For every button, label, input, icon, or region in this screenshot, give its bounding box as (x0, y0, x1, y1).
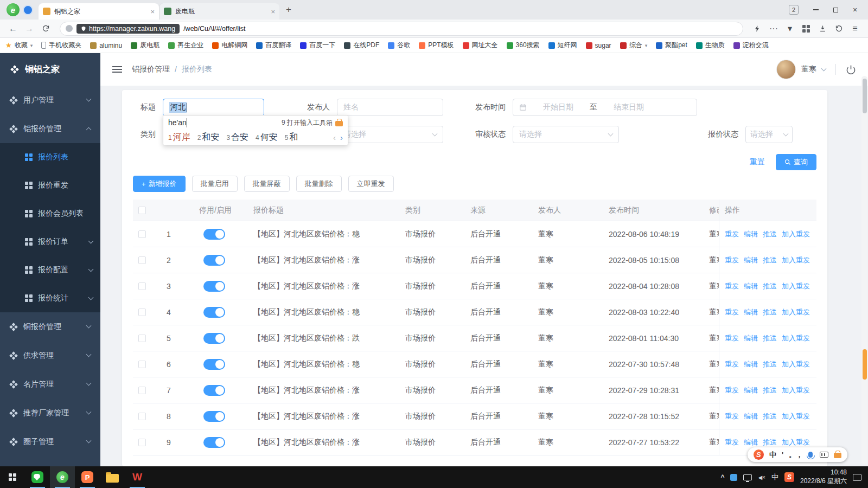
reset-button[interactable]: 重置 (750, 157, 765, 167)
notification-center-icon[interactable] (853, 474, 861, 481)
logout-power-icon[interactable] (846, 65, 856, 75)
enable-toggle[interactable] (203, 255, 225, 266)
action-link[interactable]: 重发 (725, 412, 739, 421)
action-link[interactable]: 推送 (763, 412, 777, 421)
sidebar-subitem[interactable]: 报价配置 (0, 256, 100, 284)
refresh-button[interactable] (38, 21, 53, 36)
bookmark-item[interactable]: 淀粉交流 (733, 41, 769, 50)
sidebar-item[interactable]: 圈子管理 (0, 427, 100, 456)
action-link[interactable]: 加入重发 (782, 333, 810, 343)
row-checkbox[interactable] (138, 413, 146, 420)
bookmark-item[interactable]: 网址大全 (463, 41, 498, 50)
sidebar-item[interactable]: 铜报价管理 (0, 312, 100, 341)
bookmark-item[interactable]: 短纤网 (548, 41, 577, 50)
bookmark-item[interactable]: 再生企业 (168, 41, 203, 50)
breadcrumb-parent[interactable]: 铝报价管理 (132, 65, 170, 74)
batch-delete-button[interactable]: 批量删除 (296, 176, 342, 192)
sidebar-subitem[interactable]: 报价会员列表 (0, 200, 100, 228)
action-link[interactable]: 加入重发 (782, 359, 810, 369)
chevron-down-icon[interactable] (821, 66, 827, 71)
menu-icon[interactable]: ≡ (847, 21, 863, 36)
action-link[interactable]: 推送 (763, 307, 777, 317)
bookmark-item[interactable]: 生物质 (696, 41, 725, 50)
bookmark-item[interactable]: 在线PDF (344, 41, 379, 50)
action-link[interactable]: 加入重发 (782, 438, 810, 447)
row-checkbox[interactable] (138, 387, 146, 394)
enable-toggle[interactable] (203, 307, 225, 318)
download-icon[interactable] (815, 21, 830, 36)
toolbox-icon[interactable] (834, 453, 841, 458)
start-button[interactable] (0, 466, 25, 488)
action-link[interactable]: 加入重发 (782, 281, 810, 291)
action-link[interactable]: 重发 (725, 229, 739, 239)
close-button[interactable]: × (845, 0, 865, 20)
action-link[interactable]: 重发 (725, 386, 739, 395)
ime-candidate[interactable]: 2和安 (197, 132, 220, 143)
enable-toggle[interactable] (203, 411, 225, 422)
address-bar[interactable]: https://manager.zaixun.wang /web/CuAl/#/… (60, 22, 743, 36)
sidebar-item[interactable]: 用户管理 (0, 86, 100, 114)
sidebar-subitem[interactable]: 报价订单 (0, 228, 100, 256)
row-checkbox[interactable] (138, 230, 146, 238)
action-link[interactable]: 加入重发 (782, 412, 810, 421)
taskbar-wps-icon[interactable]: W (125, 466, 150, 488)
user-name[interactable]: 董寒 (801, 65, 816, 74)
ime-candidate[interactable]: 1河岸 (168, 132, 190, 143)
bookmark-item[interactable]: aluminu (90, 42, 122, 49)
browser-tab-1[interactable]: 铜铝之家 × (39, 3, 159, 20)
action-link[interactable]: 编辑 (744, 307, 758, 317)
taskbar-wechat-icon[interactable] (25, 466, 50, 488)
sogou-tray-icon[interactable]: S (784, 472, 794, 482)
row-checkbox[interactable] (138, 309, 146, 316)
action-link[interactable]: 推送 (763, 438, 777, 447)
row-checkbox[interactable] (138, 256, 146, 264)
add-quote-button[interactable]: + 新增报价 (133, 176, 186, 192)
action-link[interactable]: 编辑 (744, 281, 758, 291)
select-all-checkbox[interactable] (138, 207, 146, 214)
action-link[interactable]: 推送 (763, 281, 777, 291)
title-input[interactable]: 河北 (163, 99, 264, 116)
ime-punctuation[interactable]: 。， (789, 450, 803, 460)
enable-toggle[interactable] (203, 359, 225, 370)
ime-candidate[interactable]: 4何安 (256, 132, 278, 143)
row-checkbox[interactable] (138, 439, 146, 446)
browser-tab-2[interactable]: 废电瓶 × (159, 3, 279, 20)
action-link[interactable]: 加入重发 (782, 386, 810, 395)
row-checkbox[interactable] (138, 361, 146, 368)
apps-grid-icon[interactable] (799, 21, 814, 36)
bookmark-item[interactable]: 手机收藏夹 (41, 41, 81, 50)
sidebar-item[interactable]: 名片管理 (0, 370, 100, 399)
enable-toggle[interactable] (203, 281, 225, 292)
search-button[interactable]: 查询 (776, 154, 816, 170)
action-link[interactable]: 编辑 (744, 229, 758, 239)
tray-security-icon[interactable] (730, 474, 737, 481)
enable-toggle[interactable] (203, 229, 225, 240)
bookmark-item[interactable]: PPT模板 (419, 41, 454, 50)
bookmark-item[interactable]: sugar (586, 42, 611, 49)
bookmark-item[interactable]: 谷歌 (388, 41, 410, 50)
ime-apostrophe[interactable]: ' (782, 451, 783, 459)
tray-display-icon[interactable] (743, 474, 752, 480)
flash-boost-icon[interactable] (750, 21, 765, 36)
tab-close-icon[interactable]: × (150, 8, 155, 16)
bookmark-item[interactable]: ★收藏▾ (5, 41, 33, 50)
bookmark-item[interactable]: 百度翻译 (256, 41, 291, 50)
tab-count-badge[interactable]: 2 (789, 5, 799, 15)
action-link[interactable]: 重发 (725, 307, 739, 317)
ime-candidate[interactable]: 5和 (285, 132, 298, 143)
action-link[interactable]: 推送 (763, 386, 777, 395)
action-link[interactable]: 推送 (763, 255, 777, 265)
next-page-icon[interactable]: › (340, 133, 343, 142)
tray-expand-icon[interactable]: ^ (720, 473, 724, 481)
batch-enable-button[interactable]: 批量启用 (192, 176, 238, 192)
ime-candidate[interactable]: 3合安 (226, 132, 248, 143)
sidebar-subitem[interactable]: 报价列表 (0, 143, 100, 171)
end-date-placeholder[interactable]: 结束日期 (603, 102, 655, 112)
source-select[interactable]: 请选择 (337, 126, 443, 143)
ime-mode-chinese[interactable]: 中 (769, 450, 776, 460)
avatar[interactable] (776, 60, 796, 79)
sidebar-item[interactable]: 推荐厂家管理 (0, 399, 100, 427)
start-date-placeholder[interactable]: 开始日期 (532, 102, 584, 112)
audit-status-select[interactable]: 请选择 (513, 126, 619, 143)
action-link[interactable]: 加入重发 (782, 255, 810, 265)
